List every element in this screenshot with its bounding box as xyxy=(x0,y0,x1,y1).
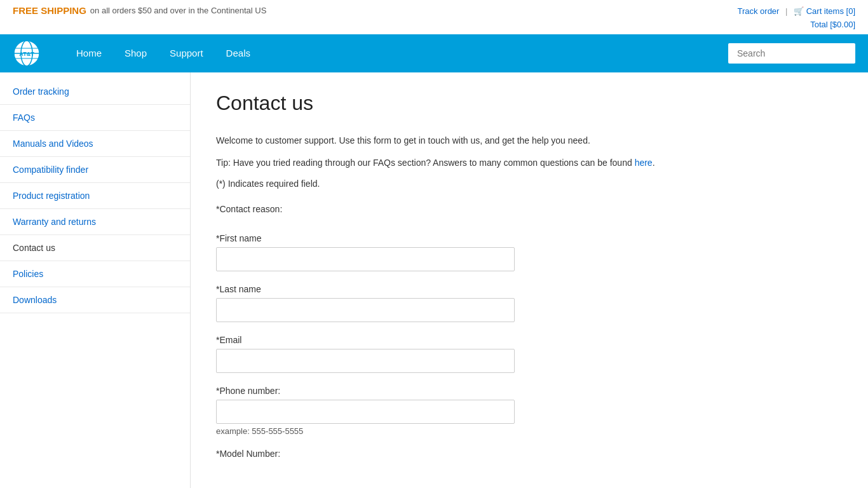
att-logo: AT&T xyxy=(13,39,41,67)
last-name-group: *Last name xyxy=(216,284,843,322)
nav-support[interactable]: Support xyxy=(158,34,215,72)
faqs-link[interactable]: here xyxy=(635,158,653,168)
navbar: AT&T Home Shop Support Deals xyxy=(0,34,868,72)
sidebar-item-compatibility[interactable]: Compatibility finder xyxy=(0,157,190,183)
email-input[interactable] xyxy=(216,349,515,373)
nav-links: Home Shop Support Deals xyxy=(65,34,728,72)
last-name-input[interactable] xyxy=(216,298,515,322)
model-group: *Model Number: xyxy=(216,449,843,459)
sidebar-item-downloads[interactable]: Downloads xyxy=(0,287,190,313)
model-label: *Model Number: xyxy=(216,449,843,459)
sidebar-item-faqs[interactable]: FAQs xyxy=(0,105,190,131)
intro-text: Welcome to customer support. Use this fo… xyxy=(216,134,843,147)
sidebar-item-order-tracking[interactable]: Order tracking xyxy=(0,79,190,105)
required-note: (*) Indicates required field. xyxy=(216,179,843,189)
free-shipping-area: FREE SHIPPING on all orders $50 and over… xyxy=(13,5,266,16)
sidebar-item-manuals[interactable]: Manuals and Videos xyxy=(0,131,190,157)
top-right-area: Track order | 🛒 Cart items [0] Total [$0… xyxy=(737,5,855,32)
sidebar-item-warranty[interactable]: Warranty and returns xyxy=(0,209,190,235)
sidebar-item-policies[interactable]: Policies xyxy=(0,261,190,287)
separator: | xyxy=(785,6,787,16)
svg-text:AT&T: AT&T xyxy=(19,51,34,57)
phone-input[interactable] xyxy=(216,400,515,424)
logo-area[interactable]: AT&T xyxy=(13,39,46,67)
tip-prefix: Tip: Have you tried reading through our … xyxy=(216,158,635,168)
sidebar-item-contact[interactable]: Contact us xyxy=(0,235,190,261)
email-group: *Email xyxy=(216,335,843,373)
free-shipping-label: FREE SHIPPING xyxy=(13,5,86,16)
last-name-label: *Last name xyxy=(216,284,843,294)
tip-text: Tip: Have you tried reading through our … xyxy=(216,156,843,170)
sidebar: Order tracking FAQs Manuals and Videos C… xyxy=(0,72,191,488)
page-title: Contact us xyxy=(216,92,843,115)
main-layout: Order tracking FAQs Manuals and Videos C… xyxy=(0,72,868,488)
content-area: Contact us Welcome to customer support. … xyxy=(191,72,868,488)
tip-suffix: . xyxy=(653,158,655,168)
nav-deals[interactable]: Deals xyxy=(215,34,262,72)
phone-example: example: 555-555-5555 xyxy=(216,426,843,436)
first-name-label: *First name xyxy=(216,233,843,243)
cart-total: Total [$0.00] xyxy=(810,20,855,29)
first-name-input[interactable] xyxy=(216,247,515,271)
top-banner: FREE SHIPPING on all orders $50 and over… xyxy=(0,0,868,34)
cart-link[interactable]: Cart items [0] xyxy=(806,6,855,16)
phone-label: *Phone number: xyxy=(216,386,843,396)
search-input[interactable] xyxy=(728,43,855,64)
contact-reason-label: *Contact reason: xyxy=(216,204,843,214)
sidebar-item-registration[interactable]: Product registration xyxy=(0,183,190,209)
cart-icon: 🛒 xyxy=(794,6,804,16)
email-label: *Email xyxy=(216,335,843,345)
nav-shop[interactable]: Shop xyxy=(113,34,158,72)
free-shipping-desc: on all orders $50 and over in the Contin… xyxy=(90,6,267,15)
nav-home[interactable]: Home xyxy=(65,34,113,72)
first-name-group: *First name xyxy=(216,233,843,271)
contact-reason-group: *Contact reason: xyxy=(216,204,843,214)
phone-group: *Phone number: example: 555-555-5555 xyxy=(216,386,843,436)
track-order-link[interactable]: Track order xyxy=(737,6,779,16)
